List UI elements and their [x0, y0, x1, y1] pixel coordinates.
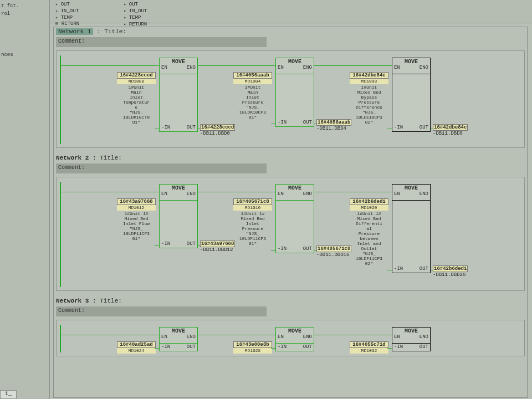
block-ports: ENENO	[160, 65, 197, 70]
port-in: -IN	[161, 344, 170, 350]
network: Network 1 : Title:Comment:MOVEENENO16#42…	[54, 27, 527, 148]
input-tag[interactable]: 16#405671c8MD10161#Unit 1#Mixed BedInlet…	[233, 198, 272, 246]
tag-description: 1#Unit 1#Mixed BedInlet Flow"NJS_10LDF11…	[117, 211, 156, 241]
port-eno: ENO	[187, 65, 196, 70]
wire	[198, 245, 200, 245]
wire	[271, 124, 275, 124]
block-title: MOVE	[276, 328, 314, 334]
input-tag[interactable]: 16#43a97668MD10121#Unit 1#Mixed BedInlet…	[117, 198, 156, 241]
hex-value: 16#4056aaab	[233, 72, 272, 79]
network-title[interactable]: Network 2 : Title:	[54, 154, 527, 162]
sidebar-item[interactable]: t fct.	[1, 2, 48, 10]
input-tag[interactable]: 16#40ad25adMD1024	[117, 341, 156, 354]
input-tag[interactable]: 16#43e00e8bMD1028	[233, 341, 272, 354]
tree-node-inout[interactable]: IN_OUT	[55, 8, 79, 14]
tag-description: 1#UnitMixed BedBypassPressureDifference"…	[350, 85, 388, 125]
hex-value: 16#42b6ded1	[350, 198, 388, 205]
wire	[431, 270, 433, 270]
move-block[interactable]: MOVEENENO	[275, 327, 314, 344]
network-title[interactable]: Network 1 : Title:	[54, 27, 527, 36]
ladder-area[interactable]: MOVEENENO16#4228cccdMD10001#UnitMainInle…	[56, 50, 525, 148]
wire	[431, 129, 433, 129]
move-block[interactable]: MOVEENENO	[392, 184, 431, 201]
port-eno: ENO	[187, 191, 196, 197]
move-block[interactable]: MOVEENENO	[392, 58, 431, 74]
port-en: EN	[278, 65, 284, 70]
ladder-editor[interactable]: Network 1 : Title:Comment:MOVEENENO16#42…	[53, 27, 528, 398]
port-in: -IN	[278, 120, 287, 125]
move-block[interactable]: MOVEENENO	[275, 58, 314, 74]
hex-value: 16#4056aaab	[316, 119, 351, 126]
output-tag[interactable]: 16#42dbe84c-DB11.DBD8	[433, 124, 468, 136]
input-tag[interactable]: 16#42dbe84cMD10081#UnitMixed BedBypassPr…	[350, 72, 388, 125]
block-ports: ENENO	[276, 191, 314, 197]
comment-bar[interactable]: Comment:	[56, 306, 267, 316]
move-block[interactable]: MOVEENENO	[392, 327, 431, 344]
sidebar-item[interactable]: rol	[1, 10, 48, 18]
port-in: -IN	[278, 246, 287, 252]
hex-value: 16#43e00e8b	[233, 341, 272, 348]
wire	[314, 192, 392, 192]
block-ports: ENENO	[392, 65, 430, 70]
port-eno: ENO	[420, 65, 428, 70]
hex-value: 16#42dbe84c	[350, 72, 388, 79]
block-ports: ENENO	[392, 191, 430, 197]
ladder-area[interactable]: MOVEENENO16#40ad25adMD1024-INOUTMOVEENEN…	[56, 320, 525, 356]
tree-node-inout[interactable]: IN_OUT	[124, 8, 147, 14]
input-tag[interactable]: 16#4228cccdMD10001#UnitMainInletTemperat…	[117, 72, 156, 125]
port-en: EN	[394, 334, 400, 340]
output-tag[interactable]: 16#4056aaab-DB11.DBD4	[316, 119, 351, 131]
memory-address: MD1032	[350, 348, 388, 354]
tree-node-temp[interactable]: TEMP	[124, 14, 147, 21]
wire	[387, 270, 392, 270]
tree-node-temp[interactable]: TEMP	[55, 14, 79, 21]
hex-value: 16#4228cccd	[117, 72, 156, 79]
db-address: -DB11.DBD16	[316, 252, 351, 258]
bottom-tab[interactable]: t_	[0, 390, 17, 399]
wire	[314, 124, 316, 124]
db-address: -DB11.DBD12	[200, 247, 235, 253]
network-label-highlight: Network 1	[56, 28, 93, 35]
port-en: EN	[161, 191, 167, 197]
tree-node-out[interactable]: OUT	[124, 1, 147, 8]
output-tag[interactable]: 16#42b6ded1-DB11.DBD20	[433, 265, 468, 278]
port-out: OUT	[303, 246, 312, 252]
network-title[interactable]: Network 3 : Title:	[54, 296, 527, 305]
block-title: MOVE	[392, 328, 430, 334]
output-tag[interactable]: 16#405671c8-DB11.DBD16	[316, 245, 351, 258]
block-ports: ENENO	[392, 334, 430, 340]
comment-bar[interactable]: Comment:	[56, 163, 267, 173]
ladder-area[interactable]: MOVEENENO16#43a97668MD10121#Unit 1#Mixed…	[56, 177, 525, 291]
move-block[interactable]: MOVEENENO	[159, 58, 198, 74]
block-ports: ENENO	[276, 65, 314, 70]
wire	[387, 348, 392, 349]
move-block-body: -INOUT	[159, 344, 198, 351]
input-tag[interactable]: 16#4055c71dMD1032	[350, 341, 388, 354]
block-title: MOVE	[160, 185, 197, 191]
port-eno: ENO	[420, 334, 428, 340]
port-en: EN	[278, 334, 284, 340]
rung: MOVEENENO16#4228cccdMD10001#UnitMainInle…	[57, 55, 524, 144]
input-tag[interactable]: 16#42b6ded1MD10201#Unit 1#Mixed BedDiffe…	[350, 198, 388, 266]
output-tag[interactable]: 16#4228cccd-DB11.DBD0	[200, 124, 235, 136]
output-tag[interactable]: 16#43a97668-DB11.DBD12	[200, 241, 235, 253]
hex-value: 16#42b6ded1	[433, 265, 468, 272]
hex-value: 16#405671c8	[316, 245, 351, 252]
input-tag[interactable]: 16#4056aaabMD10041#UnitMainInletPressure…	[233, 72, 272, 120]
sidebar-item[interactable]: nces	[1, 51, 48, 59]
block-title: MOVE	[276, 185, 314, 191]
move-block[interactable]: MOVEENENO	[159, 327, 198, 344]
wire	[60, 65, 159, 66]
move-block[interactable]: MOVEENENO	[275, 184, 314, 201]
block-ports: ENENO	[276, 334, 314, 340]
move-block-body: -INOUT	[275, 201, 314, 253]
tag-description: 1#UnitMainInletPressure"NJS_10LDK10CP301…	[233, 85, 272, 120]
move-block[interactable]: MOVEENENO	[159, 184, 198, 201]
tree-node-out[interactable]: OUT	[55, 1, 79, 8]
block-title: MOVE	[276, 59, 314, 65]
port-out: OUT	[187, 241, 196, 247]
comment-bar[interactable]: Comment:	[56, 37, 267, 47]
port-in: -IN	[394, 266, 403, 272]
port-en: EN	[278, 191, 284, 197]
memory-address: MD1000	[117, 79, 156, 84]
